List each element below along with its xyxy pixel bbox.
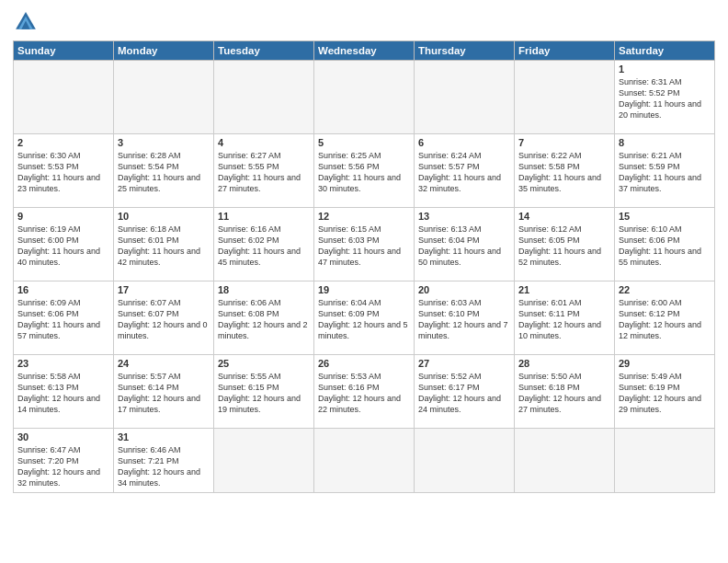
calendar-cell: 13Sunrise: 6:13 AM Sunset: 6:04 PM Dayli… [415,208,515,282]
calendar-cell: 25Sunrise: 5:55 AM Sunset: 6:15 PM Dayli… [214,355,314,429]
calendar-cell: 22Sunrise: 6:00 AM Sunset: 6:12 PM Dayli… [615,282,715,355]
day-number: 1 [619,63,711,75]
day-number: 7 [518,137,610,148]
day-info: Sunrise: 5:57 AM Sunset: 6:14 PM Dayligh… [118,371,210,416]
day-info: Sunrise: 6:27 AM Sunset: 5:55 PM Dayligh… [218,150,310,195]
day-number: 13 [418,211,510,222]
calendar-cell: 6Sunrise: 6:24 AM Sunset: 5:57 PM Daylig… [415,134,515,208]
day-info: Sunrise: 6:12 AM Sunset: 6:05 PM Dayligh… [518,224,610,269]
day-info: Sunrise: 5:52 AM Sunset: 6:17 PM Dayligh… [418,371,510,416]
calendar-cell: 31Sunrise: 6:46 AM Sunset: 7:21 PM Dayli… [114,429,214,493]
day-number: 19 [318,284,410,295]
day-number: 24 [118,358,210,369]
calendar-cell [415,61,515,134]
calendar-cell: 10Sunrise: 6:18 AM Sunset: 6:01 PM Dayli… [114,208,214,282]
day-info: Sunrise: 6:09 AM Sunset: 6:06 PM Dayligh… [17,297,109,342]
calendar-cell: 26Sunrise: 5:53 AM Sunset: 6:16 PM Dayli… [314,355,415,429]
day-info: Sunrise: 5:53 AM Sunset: 6:16 PM Dayligh… [318,371,410,416]
day-number: 29 [619,358,711,369]
week-row-1: 1Sunrise: 6:31 AM Sunset: 5:52 PM Daylig… [14,61,715,134]
day-number: 23 [17,358,109,369]
calendar-cell: 14Sunrise: 6:12 AM Sunset: 6:05 PM Dayli… [515,208,615,282]
day-number: 21 [518,284,610,295]
day-info: Sunrise: 6:16 AM Sunset: 6:02 PM Dayligh… [218,224,310,269]
day-info: Sunrise: 6:07 AM Sunset: 6:07 PM Dayligh… [118,297,210,342]
calendar: SundayMondayTuesdayWednesdayThursdayFrid… [13,40,715,493]
day-info: Sunrise: 5:55 AM Sunset: 6:15 PM Dayligh… [218,371,310,416]
calendar-cell: 3Sunrise: 6:28 AM Sunset: 5:54 PM Daylig… [114,134,214,208]
day-info: Sunrise: 6:04 AM Sunset: 6:09 PM Dayligh… [318,297,410,342]
day-number: 6 [418,137,510,148]
day-number: 11 [218,211,310,222]
weekday-header-sunday: Sunday [14,41,114,61]
calendar-cell: 29Sunrise: 5:49 AM Sunset: 6:19 PM Dayli… [615,355,715,429]
day-number: 16 [17,284,109,295]
day-number: 5 [318,137,410,148]
day-info: Sunrise: 6:03 AM Sunset: 6:10 PM Dayligh… [418,297,510,342]
calendar-cell: 30Sunrise: 6:47 AM Sunset: 7:20 PM Dayli… [14,429,114,493]
day-info: Sunrise: 6:25 AM Sunset: 5:56 PM Dayligh… [318,150,410,195]
header [13,9,715,35]
day-info: Sunrise: 6:47 AM Sunset: 7:20 PM Dayligh… [17,444,109,489]
day-number: 3 [118,137,210,148]
calendar-cell: 19Sunrise: 6:04 AM Sunset: 6:09 PM Dayli… [314,282,415,355]
calendar-cell: 12Sunrise: 6:15 AM Sunset: 6:03 PM Dayli… [314,208,415,282]
calendar-cell [14,61,114,134]
day-info: Sunrise: 6:31 AM Sunset: 5:52 PM Dayligh… [619,76,711,121]
calendar-cell: 24Sunrise: 5:57 AM Sunset: 6:14 PM Dayli… [114,355,214,429]
weekday-header-saturday: Saturday [615,41,715,61]
day-info: Sunrise: 5:58 AM Sunset: 6:13 PM Dayligh… [17,371,109,416]
day-info: Sunrise: 6:30 AM Sunset: 5:53 PM Dayligh… [17,150,109,195]
day-info: Sunrise: 6:00 AM Sunset: 6:12 PM Dayligh… [619,297,711,342]
day-info: Sunrise: 6:46 AM Sunset: 7:21 PM Dayligh… [118,444,210,489]
day-info: Sunrise: 6:10 AM Sunset: 6:06 PM Dayligh… [619,224,711,269]
day-number: 12 [318,211,410,222]
week-row-2: 2Sunrise: 6:30 AM Sunset: 5:53 PM Daylig… [14,134,715,208]
day-number: 4 [218,137,310,148]
calendar-cell [114,61,214,134]
day-number: 27 [418,358,510,369]
calendar-cell [214,429,314,493]
calendar-cell: 16Sunrise: 6:09 AM Sunset: 6:06 PM Dayli… [14,282,114,355]
calendar-cell [314,429,415,493]
weekday-header-friday: Friday [515,41,615,61]
weekday-header-monday: Monday [114,41,214,61]
day-number: 25 [218,358,310,369]
day-number: 14 [518,211,610,222]
day-info: Sunrise: 6:01 AM Sunset: 6:11 PM Dayligh… [518,297,610,342]
day-info: Sunrise: 6:19 AM Sunset: 6:00 PM Dayligh… [17,224,109,269]
calendar-cell [214,61,314,134]
calendar-cell: 8Sunrise: 6:21 AM Sunset: 5:59 PM Daylig… [615,134,715,208]
weekday-header-tuesday: Tuesday [214,41,314,61]
logo [13,9,42,35]
calendar-cell [615,429,715,493]
weekday-header-thursday: Thursday [415,41,515,61]
day-info: Sunrise: 5:49 AM Sunset: 6:19 PM Dayligh… [619,371,711,416]
calendar-cell: 23Sunrise: 5:58 AM Sunset: 6:13 PM Dayli… [14,355,114,429]
day-number: 10 [118,211,210,222]
calendar-cell [515,429,615,493]
calendar-cell [515,61,615,134]
page: SundayMondayTuesdayWednesdayThursdayFrid… [0,0,728,563]
day-number: 9 [17,211,109,222]
generalblue-logo-icon [13,9,39,35]
week-row-6: 30Sunrise: 6:47 AM Sunset: 7:20 PM Dayli… [14,429,715,493]
day-number: 28 [518,358,610,369]
day-info: Sunrise: 6:28 AM Sunset: 5:54 PM Dayligh… [118,150,210,195]
day-info: Sunrise: 6:18 AM Sunset: 6:01 PM Dayligh… [118,224,210,269]
calendar-cell: 15Sunrise: 6:10 AM Sunset: 6:06 PM Dayli… [615,208,715,282]
day-number: 22 [619,284,711,295]
weekday-header-wednesday: Wednesday [314,41,415,61]
weekday-header-row: SundayMondayTuesdayWednesdayThursdayFrid… [14,41,715,61]
calendar-cell [415,429,515,493]
day-info: Sunrise: 6:21 AM Sunset: 5:59 PM Dayligh… [619,150,711,195]
day-number: 30 [17,431,109,442]
calendar-cell: 2Sunrise: 6:30 AM Sunset: 5:53 PM Daylig… [14,134,114,208]
calendar-cell: 5Sunrise: 6:25 AM Sunset: 5:56 PM Daylig… [314,134,415,208]
day-info: Sunrise: 6:24 AM Sunset: 5:57 PM Dayligh… [418,150,510,195]
day-number: 17 [118,284,210,295]
calendar-cell: 11Sunrise: 6:16 AM Sunset: 6:02 PM Dayli… [214,208,314,282]
calendar-cell [314,61,415,134]
week-row-3: 9Sunrise: 6:19 AM Sunset: 6:00 PM Daylig… [14,208,715,282]
calendar-cell: 9Sunrise: 6:19 AM Sunset: 6:00 PM Daylig… [14,208,114,282]
